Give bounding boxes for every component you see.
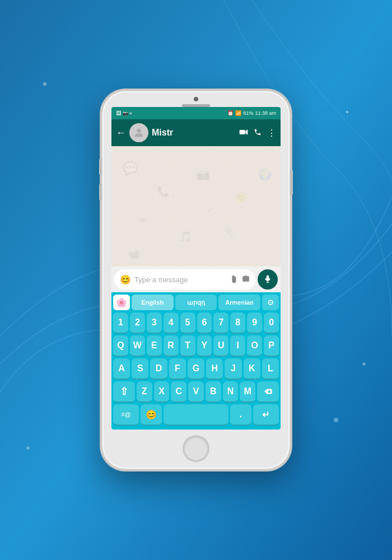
keyboard-zxcv-row: ⇧ Z X C V B N M xyxy=(113,381,279,403)
key-9[interactable]: 9 xyxy=(247,312,262,334)
key-c[interactable]: C xyxy=(171,381,186,403)
key-6[interactable]: 6 xyxy=(197,312,212,334)
key-u[interactable]: U xyxy=(213,335,228,357)
svg-text:✔: ✔ xyxy=(207,205,214,214)
mic-button[interactable] xyxy=(258,269,278,290)
home-button[interactable] xyxy=(183,435,209,462)
svg-point-1 xyxy=(43,82,46,86)
key-m[interactable]: M xyxy=(240,381,255,403)
svg-text:📹: 📹 xyxy=(128,249,140,259)
key-y[interactable]: Y xyxy=(197,335,212,357)
key-8[interactable]: 8 xyxy=(230,312,245,334)
svg-marker-8 xyxy=(245,129,248,134)
svg-text:❤: ❤ xyxy=(139,216,146,225)
alarm-icon: ⏰ xyxy=(227,110,234,116)
contact-name: Mistr xyxy=(152,128,236,138)
keyboard-logo[interactable]: 🌸 xyxy=(113,295,130,310)
keyboard-settings-button[interactable]: ⚙ xyxy=(262,295,279,310)
keyboard-number-row: 1 2 3 4 5 6 7 8 9 0 xyxy=(113,312,279,334)
backspace-key[interactable] xyxy=(257,381,279,403)
notification-icon: 🖼 xyxy=(116,110,121,116)
power-button xyxy=(290,170,293,195)
svg-text:📞: 📞 xyxy=(157,185,170,198)
key-x[interactable]: X xyxy=(154,381,170,403)
front-camera xyxy=(194,97,198,101)
key-3[interactable]: 3 xyxy=(147,312,162,334)
svg-text:💬: 💬 xyxy=(123,161,138,176)
symbols-key[interactable]: #@ xyxy=(113,404,139,426)
key-t[interactable]: T xyxy=(180,335,195,357)
video-call-icon[interactable] xyxy=(239,128,248,137)
avatar xyxy=(129,123,148,142)
signal-icon: 📶 xyxy=(235,110,241,116)
key-5[interactable]: 5 xyxy=(180,312,195,334)
svg-point-6 xyxy=(137,129,141,133)
key-2[interactable]: 2 xyxy=(130,312,145,334)
enter-key[interactable]: ↵ xyxy=(253,404,279,426)
key-g[interactable]: G xyxy=(188,358,204,380)
lang-armenian1-button[interactable]: արզդ xyxy=(175,295,217,310)
svg-point-2 xyxy=(346,111,348,113)
key-0[interactable]: 0 xyxy=(264,312,279,334)
voice-call-icon[interactable] xyxy=(254,128,262,138)
period-key[interactable]: . xyxy=(230,404,251,426)
keyboard: 🌸 English արզդ Armenian ⚙ 1 2 3 4 5 6 7 … xyxy=(111,292,281,430)
volume-down-button xyxy=(99,184,102,200)
more-options-icon[interactable]: ⋮ xyxy=(267,128,276,138)
shift-key[interactable]: ⇧ xyxy=(113,381,135,403)
svg-text:📎: 📎 xyxy=(224,226,236,237)
key-q[interactable]: Q xyxy=(113,335,128,357)
status-text-left: 📷 ≡ xyxy=(123,111,132,116)
svg-text:🎵: 🎵 xyxy=(179,231,192,243)
svg-text:😊: 😊 xyxy=(235,192,247,203)
key-j[interactable]: J xyxy=(225,358,241,380)
key-7[interactable]: 7 xyxy=(213,312,228,334)
emoji-key[interactable]: 😊 xyxy=(141,404,162,426)
keyboard-bottom-row: #@ 😊 . ↵ xyxy=(113,404,279,426)
key-k[interactable]: K xyxy=(244,358,260,380)
attach-button[interactable] xyxy=(228,273,241,286)
key-1[interactable]: 1 xyxy=(113,312,128,334)
status-left: 🖼 📷 ≡ xyxy=(116,110,132,116)
key-r[interactable]: R xyxy=(164,335,179,357)
svg-text:🌍: 🌍 xyxy=(258,167,273,181)
chat-header: ← Mistr xyxy=(111,119,281,146)
message-input[interactable]: Type a message xyxy=(134,276,227,284)
emoji-picker-button[interactable]: 😊 xyxy=(120,274,131,285)
keyboard-qwerty-row: Q W E R T Y U I O P xyxy=(113,335,279,357)
lang-armenian2-button[interactable]: Armenian xyxy=(218,295,260,310)
space-key[interactable] xyxy=(164,404,228,426)
key-l[interactable]: L xyxy=(262,358,279,380)
status-bar: 🖼 📷 ≡ ⏰ 📶 61% 11:38 am xyxy=(111,107,281,119)
key-i[interactable]: I xyxy=(230,335,245,357)
key-4[interactable]: 4 xyxy=(164,312,179,334)
svg-rect-7 xyxy=(240,130,245,134)
key-h[interactable]: H xyxy=(206,358,223,380)
header-actions: ⋮ xyxy=(239,128,276,138)
message-bar: 😊 Type a message xyxy=(111,267,281,292)
svg-point-4 xyxy=(363,363,366,366)
volume-up-button xyxy=(99,158,102,175)
svg-point-5 xyxy=(26,446,30,450)
svg-text:📷: 📷 xyxy=(196,167,211,181)
key-b[interactable]: B xyxy=(206,381,221,403)
phone-frame: 🖼 📷 ≡ ⏰ 📶 61% 11:38 am ← Mistr xyxy=(101,90,291,470)
key-f[interactable]: F xyxy=(169,358,186,380)
keyboard-asdf-row: A S D F G H J K L xyxy=(113,358,279,380)
camera-button[interactable] xyxy=(242,275,250,284)
key-e[interactable]: E xyxy=(147,335,162,357)
key-s[interactable]: S xyxy=(132,358,148,380)
key-d[interactable]: D xyxy=(150,358,167,380)
key-n[interactable]: N xyxy=(223,381,239,403)
key-o[interactable]: O xyxy=(247,335,262,357)
key-w[interactable]: W xyxy=(130,335,145,357)
key-z[interactable]: Z xyxy=(137,381,152,403)
key-a[interactable]: A xyxy=(113,358,130,380)
key-v[interactable]: V xyxy=(188,381,204,403)
keyboard-lang-bar: 🌸 English արզդ Armenian ⚙ xyxy=(113,295,279,310)
back-button[interactable]: ← xyxy=(116,127,126,139)
lang-english-button[interactable]: English xyxy=(132,295,174,310)
message-input-wrapper[interactable]: 😊 Type a message xyxy=(114,269,255,290)
phone-screen: 🖼 📷 ≡ ⏰ 📶 61% 11:38 am ← Mistr xyxy=(111,107,281,430)
key-p[interactable]: P xyxy=(264,335,279,357)
